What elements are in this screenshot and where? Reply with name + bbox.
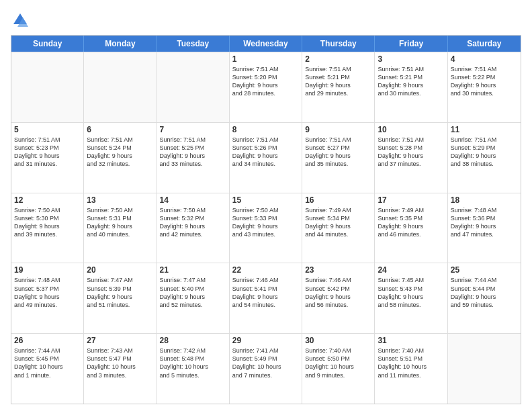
day-cell: 30Sunrise: 7:40 AM Sunset: 5:50 PM Dayli…: [302, 334, 375, 404]
day-cell: 7Sunrise: 7:51 AM Sunset: 5:25 PM Daylig…: [157, 123, 230, 193]
day-number: 25: [451, 265, 518, 275]
day-number: 20: [87, 265, 153, 275]
day-info: Sunrise: 7:51 AM Sunset: 5:22 PM Dayligh…: [451, 65, 518, 98]
day-info: Sunrise: 7:51 AM Sunset: 5:29 PM Dayligh…: [451, 136, 518, 169]
weekday-header: Tuesday: [157, 36, 230, 52]
weekday-header: Saturday: [448, 36, 521, 52]
day-cell: 20Sunrise: 7:47 AM Sunset: 5:39 PM Dayli…: [84, 263, 157, 333]
day-info: Sunrise: 7:43 AM Sunset: 5:47 PM Dayligh…: [87, 347, 153, 379]
day-cell: 29Sunrise: 7:41 AM Sunset: 5:49 PM Dayli…: [230, 334, 302, 404]
day-cell: 28Sunrise: 7:42 AM Sunset: 5:48 PM Dayli…: [157, 334, 230, 404]
day-number: 8: [232, 125, 299, 134]
day-info: Sunrise: 7:51 AM Sunset: 5:28 PM Dayligh…: [378, 136, 444, 169]
day-info: Sunrise: 7:51 AM Sunset: 5:26 PM Dayligh…: [232, 136, 299, 169]
day-cell: 27Sunrise: 7:43 AM Sunset: 5:47 PM Dayli…: [84, 334, 157, 404]
day-cell: 23Sunrise: 7:46 AM Sunset: 5:42 PM Dayli…: [302, 263, 375, 333]
day-cell: 31Sunrise: 7:40 AM Sunset: 5:51 PM Dayli…: [375, 334, 447, 404]
day-cell: 10Sunrise: 7:51 AM Sunset: 5:28 PM Dayli…: [375, 123, 447, 193]
day-cell: 14Sunrise: 7:50 AM Sunset: 5:32 PM Dayli…: [157, 193, 230, 263]
day-info: Sunrise: 7:50 AM Sunset: 5:31 PM Dayligh…: [87, 206, 153, 239]
day-cell: 6Sunrise: 7:51 AM Sunset: 5:24 PM Daylig…: [84, 123, 157, 193]
day-info: Sunrise: 7:48 AM Sunset: 5:37 PM Dayligh…: [14, 276, 81, 309]
weekday-header: Monday: [84, 36, 157, 52]
day-cell: 15Sunrise: 7:50 AM Sunset: 5:33 PM Dayli…: [230, 193, 302, 263]
calendar-row: 5Sunrise: 7:51 AM Sunset: 5:23 PM Daylig…: [11, 122, 521, 193]
day-number: 15: [232, 195, 299, 205]
calendar-row: 19Sunrise: 7:48 AM Sunset: 5:37 PM Dayli…: [11, 263, 521, 333]
day-number: 29: [232, 336, 299, 345]
day-info: Sunrise: 7:51 AM Sunset: 5:25 PM Dayligh…: [160, 136, 226, 169]
day-number: 18: [451, 195, 518, 205]
empty-cell: [157, 52, 230, 122]
day-info: Sunrise: 7:49 AM Sunset: 5:34 PM Dayligh…: [305, 206, 371, 239]
calendar-row: 12Sunrise: 7:50 AM Sunset: 5:30 PM Dayli…: [11, 193, 521, 263]
weekday-header: Thursday: [302, 36, 375, 52]
day-info: Sunrise: 7:49 AM Sunset: 5:35 PM Dayligh…: [378, 206, 444, 239]
day-cell: 22Sunrise: 7:46 AM Sunset: 5:41 PM Dayli…: [230, 263, 302, 333]
day-number: 22: [232, 265, 299, 275]
day-number: 7: [160, 125, 226, 134]
day-info: Sunrise: 7:47 AM Sunset: 5:39 PM Dayligh…: [87, 276, 153, 309]
day-number: 9: [305, 125, 371, 134]
weekday-header: Sunday: [11, 36, 84, 52]
day-cell: 19Sunrise: 7:48 AM Sunset: 5:37 PM Dayli…: [11, 263, 84, 333]
day-info: Sunrise: 7:51 AM Sunset: 5:24 PM Dayligh…: [87, 136, 153, 169]
day-info: Sunrise: 7:50 AM Sunset: 5:30 PM Dayligh…: [14, 206, 81, 239]
day-cell: 2Sunrise: 7:51 AM Sunset: 5:21 PM Daylig…: [302, 52, 375, 122]
day-number: 26: [14, 336, 81, 345]
day-info: Sunrise: 7:51 AM Sunset: 5:27 PM Dayligh…: [305, 136, 371, 169]
day-cell: 5Sunrise: 7:51 AM Sunset: 5:23 PM Daylig…: [11, 123, 84, 193]
day-number: 13: [87, 195, 153, 205]
day-number: 11: [451, 125, 518, 134]
day-number: 17: [378, 195, 444, 205]
calendar: SundayMondayTuesdayWednesdayThursdayFrid…: [11, 35, 521, 404]
day-number: 28: [160, 336, 226, 345]
day-info: Sunrise: 7:44 AM Sunset: 5:44 PM Dayligh…: [451, 276, 518, 309]
day-number: 16: [305, 195, 371, 205]
weekday-header: Friday: [375, 36, 447, 52]
day-info: Sunrise: 7:46 AM Sunset: 5:42 PM Dayligh…: [305, 276, 371, 309]
day-info: Sunrise: 7:51 AM Sunset: 5:21 PM Dayligh…: [305, 65, 371, 98]
day-cell: 13Sunrise: 7:50 AM Sunset: 5:31 PM Dayli…: [84, 193, 157, 263]
day-info: Sunrise: 7:50 AM Sunset: 5:33 PM Dayligh…: [232, 206, 299, 239]
day-number: 14: [160, 195, 226, 205]
day-cell: 8Sunrise: 7:51 AM Sunset: 5:26 PM Daylig…: [230, 123, 302, 193]
header: [11, 11, 521, 30]
day-number: 27: [87, 336, 153, 345]
empty-cell: [84, 52, 157, 122]
day-cell: 21Sunrise: 7:47 AM Sunset: 5:40 PM Dayli…: [157, 263, 230, 333]
day-number: 3: [378, 54, 444, 64]
day-cell: 11Sunrise: 7:51 AM Sunset: 5:29 PM Dayli…: [448, 123, 521, 193]
day-number: 21: [160, 265, 226, 275]
day-info: Sunrise: 7:48 AM Sunset: 5:36 PM Dayligh…: [451, 206, 518, 239]
day-number: 30: [305, 336, 371, 345]
day-info: Sunrise: 7:41 AM Sunset: 5:49 PM Dayligh…: [232, 347, 299, 379]
day-info: Sunrise: 7:47 AM Sunset: 5:40 PM Dayligh…: [160, 276, 226, 309]
day-cell: 17Sunrise: 7:49 AM Sunset: 5:35 PM Dayli…: [375, 193, 447, 263]
day-info: Sunrise: 7:51 AM Sunset: 5:21 PM Dayligh…: [378, 65, 444, 98]
day-cell: 1Sunrise: 7:51 AM Sunset: 5:20 PM Daylig…: [230, 52, 302, 122]
calendar-row: 1Sunrise: 7:51 AM Sunset: 5:20 PM Daylig…: [11, 52, 521, 122]
day-number: 23: [305, 265, 371, 275]
day-number: 24: [378, 265, 444, 275]
day-info: Sunrise: 7:51 AM Sunset: 5:20 PM Dayligh…: [232, 65, 299, 98]
day-cell: 25Sunrise: 7:44 AM Sunset: 5:44 PM Dayli…: [448, 263, 521, 333]
day-number: 12: [14, 195, 81, 205]
day-number: 5: [14, 125, 81, 134]
empty-cell: [11, 52, 84, 122]
empty-cell: [448, 334, 521, 404]
calendar-row: 26Sunrise: 7:44 AM Sunset: 5:45 PM Dayli…: [11, 333, 521, 404]
day-number: 19: [14, 265, 81, 275]
day-number: 1: [232, 54, 299, 64]
day-number: 10: [378, 125, 444, 134]
day-info: Sunrise: 7:51 AM Sunset: 5:23 PM Dayligh…: [14, 136, 81, 169]
day-info: Sunrise: 7:40 AM Sunset: 5:51 PM Dayligh…: [378, 347, 444, 379]
day-cell: 18Sunrise: 7:48 AM Sunset: 5:36 PM Dayli…: [448, 193, 521, 263]
day-info: Sunrise: 7:50 AM Sunset: 5:32 PM Dayligh…: [160, 206, 226, 239]
day-info: Sunrise: 7:44 AM Sunset: 5:45 PM Dayligh…: [14, 347, 81, 379]
day-info: Sunrise: 7:42 AM Sunset: 5:48 PM Dayligh…: [160, 347, 226, 379]
day-info: Sunrise: 7:40 AM Sunset: 5:50 PM Dayligh…: [305, 347, 371, 379]
calendar-body: 1Sunrise: 7:51 AM Sunset: 5:20 PM Daylig…: [11, 52, 521, 404]
day-info: Sunrise: 7:45 AM Sunset: 5:43 PM Dayligh…: [378, 276, 444, 309]
day-number: 2: [305, 54, 371, 64]
